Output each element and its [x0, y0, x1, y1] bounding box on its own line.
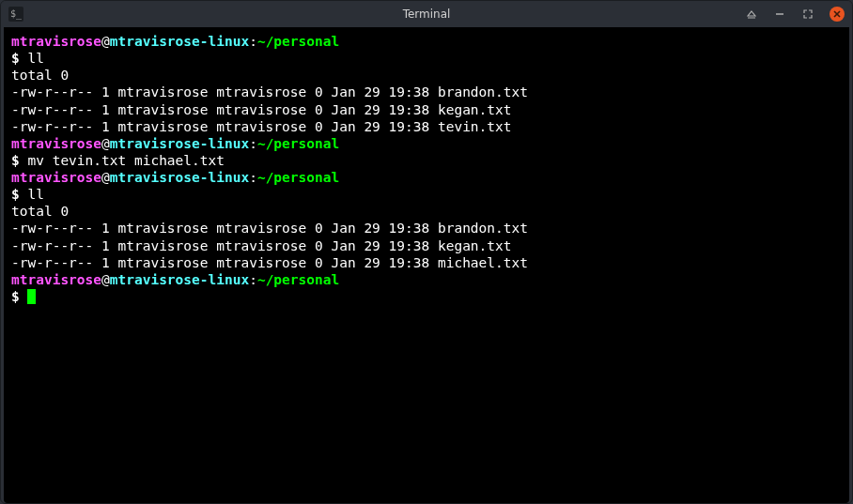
terminal-line: total 0 [11, 203, 842, 220]
prompt-user: mtravisrose [11, 272, 101, 287]
prompt-at: @ [101, 34, 110, 49]
maximize-icon[interactable] [801, 8, 814, 21]
terminal-line: $ mv tevin.txt michael.txt [11, 152, 842, 169]
terminal-line: -rw-r--r-- 1 mtravisrose mtravisrose 0 J… [11, 101, 842, 118]
prompt-path: ~/personal [257, 136, 339, 151]
prompt-host: mtravisrose-linux [110, 136, 249, 151]
prompt-symbol: $ [11, 187, 20, 202]
prompt-at: @ [101, 272, 110, 287]
terminal-line: -rw-r--r-- 1 mtravisrose mtravisrose 0 J… [11, 237, 842, 254]
prompt-symbol: $ [11, 289, 27, 304]
terminal-line: $ [11, 288, 842, 305]
minimize-icon[interactable] [773, 8, 786, 21]
terminal-line: -rw-r--r-- 1 mtravisrose mtravisrose 0 J… [11, 84, 842, 100]
prompt-colon: : [249, 34, 257, 49]
app-icon: $_ [8, 7, 23, 22]
window-title: Terminal [403, 8, 451, 21]
cursor-block[interactable] [27, 289, 36, 304]
terminal-line: $ ll [11, 50, 842, 67]
terminal-line: total 0 [11, 67, 842, 84]
prompt-symbol: $ [11, 51, 20, 66]
prompt-symbol: $ [11, 153, 20, 168]
prompt-colon: : [249, 272, 257, 287]
prompt-path: ~/personal [257, 34, 339, 49]
prompt-colon: : [249, 170, 257, 185]
terminal-line: mtravisrose@mtravisrose-linux:~/personal [11, 135, 842, 152]
terminal-line: $ ll [11, 186, 842, 203]
arrow-up-icon[interactable] [745, 8, 758, 21]
terminal-line: -rw-r--r-- 1 mtravisrose mtravisrose 0 J… [11, 220, 842, 237]
prompt-user: mtravisrose [11, 136, 101, 151]
terminal-line: mtravisrose@mtravisrose-linux:~/personal [11, 33, 842, 50]
command-text: ll [20, 51, 44, 66]
prompt-user: mtravisrose [11, 170, 101, 185]
prompt-colon: : [249, 136, 257, 151]
terminal-line: mtravisrose@mtravisrose-linux:~/personal [11, 169, 842, 186]
prompt-path: ~/personal [257, 170, 339, 185]
prompt-host: mtravisrose-linux [110, 272, 249, 287]
command-text: ll [20, 187, 44, 202]
titlebar[interactable]: $_ Terminal [1, 1, 852, 27]
prompt-user: mtravisrose [11, 34, 101, 49]
prompt-at: @ [101, 170, 110, 185]
prompt-host: mtravisrose-linux [110, 34, 249, 49]
prompt-path: ~/personal [257, 272, 339, 287]
command-text: mv tevin.txt michael.txt [20, 153, 225, 168]
terminal-line: -rw-r--r-- 1 mtravisrose mtravisrose 0 J… [11, 254, 842, 271]
window-controls [745, 7, 845, 22]
app-icon-text: $_ [10, 9, 22, 19]
terminal-line: -rw-r--r-- 1 mtravisrose mtravisrose 0 J… [11, 118, 842, 135]
prompt-host: mtravisrose-linux [110, 170, 249, 185]
close-icon[interactable] [830, 7, 845, 22]
terminal-viewport[interactable]: mtravisrose@mtravisrose-linux:~/personal… [4, 27, 849, 503]
prompt-at: @ [101, 136, 110, 151]
terminal-line: mtravisrose@mtravisrose-linux:~/personal [11, 271, 842, 288]
